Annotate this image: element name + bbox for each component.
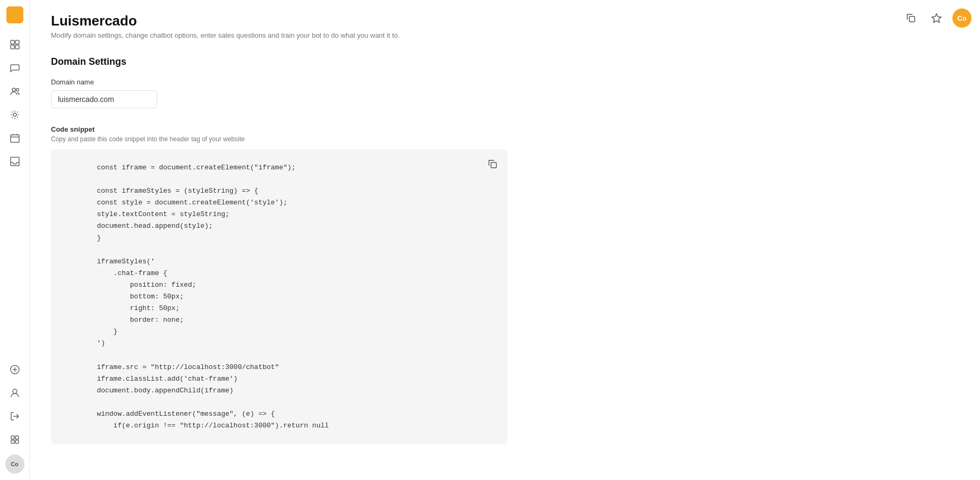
svg-point-6	[13, 113, 16, 116]
team-icon[interactable]	[4, 81, 25, 102]
main-content: Luismercado Modify domain settings, chan…	[30, 0, 980, 480]
code-snippet-section: Code snippet Copy and paste this code sn…	[51, 125, 959, 444]
user-profile-icon[interactable]	[4, 382, 25, 404]
domain-settings-heading: Domain Settings	[51, 56, 959, 67]
layers-icon[interactable]	[4, 429, 25, 450]
svg-point-5	[16, 89, 19, 91]
sidebar: Co	[0, 0, 30, 480]
domain-input[interactable]	[51, 90, 157, 108]
svg-rect-7	[11, 135, 19, 142]
app-logo[interactable]	[6, 6, 23, 23]
settings-icon[interactable]	[4, 104, 25, 125]
svg-point-10	[13, 389, 17, 393]
code-snippet-desc: Copy and paste this code snippet into th…	[51, 135, 959, 143]
logout-icon[interactable]	[4, 406, 25, 427]
code-content: const iframe = document.createElement("i…	[64, 162, 495, 432]
svg-rect-11	[11, 436, 14, 439]
svg-point-4	[12, 88, 15, 91]
code-block: const iframe = document.createElement("i…	[51, 149, 508, 444]
grid-icon[interactable]	[4, 34, 25, 55]
copy-code-button[interactable]	[484, 156, 501, 173]
svg-rect-17	[491, 162, 496, 168]
chat-icon[interactable]	[4, 57, 25, 79]
domain-field-label: Domain name	[51, 78, 959, 86]
svg-rect-3	[15, 45, 19, 49]
svg-rect-13	[11, 440, 14, 443]
svg-rect-2	[11, 45, 14, 49]
calendar-icon[interactable]	[4, 127, 25, 149]
svg-rect-12	[15, 436, 19, 439]
svg-rect-1	[15, 40, 19, 44]
page-subtitle: Modify domain settings, change chatbot o…	[51, 31, 959, 39]
inbox-icon[interactable]	[4, 151, 25, 172]
code-snippet-label: Code snippet	[51, 125, 959, 133]
page-title: Luismercado	[51, 13, 959, 29]
add-icon[interactable]	[4, 359, 25, 380]
domain-name-field: Domain name	[51, 78, 959, 108]
user-avatar-bottom[interactable]: Co	[5, 455, 24, 474]
svg-rect-0	[11, 40, 14, 44]
svg-rect-14	[15, 440, 19, 443]
